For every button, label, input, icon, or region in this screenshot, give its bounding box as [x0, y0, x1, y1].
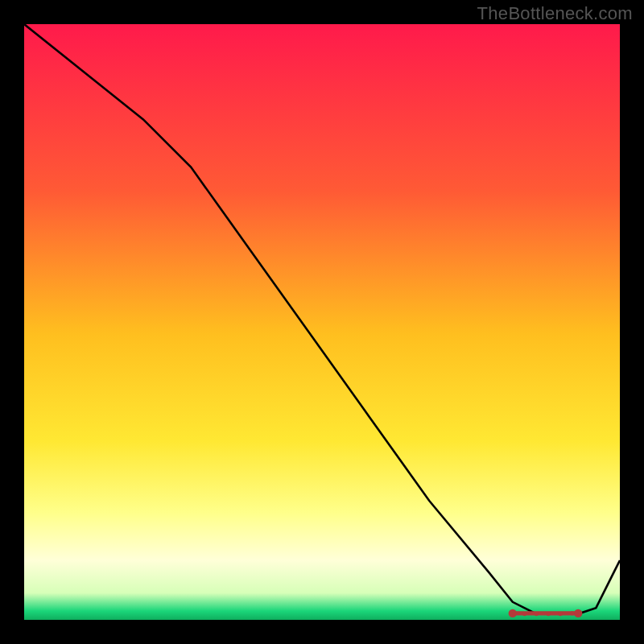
marker-dot	[509, 609, 517, 617]
marker-dot	[547, 612, 551, 616]
marker-dot	[558, 612, 562, 616]
marker-bar	[513, 611, 578, 615]
chart-stage: TheBottleneck.com	[0, 0, 644, 644]
marker-dot	[522, 612, 526, 616]
plot-area	[24, 24, 620, 620]
curve-layer	[24, 24, 620, 620]
marker-dot	[535, 612, 539, 616]
marker-dot	[570, 611, 574, 615]
marker-dot	[574, 609, 582, 617]
sweet-spot-markers	[509, 609, 583, 617]
bottleneck-curve	[24, 24, 620, 614]
watermark-text: TheBottleneck.com	[477, 3, 633, 24]
